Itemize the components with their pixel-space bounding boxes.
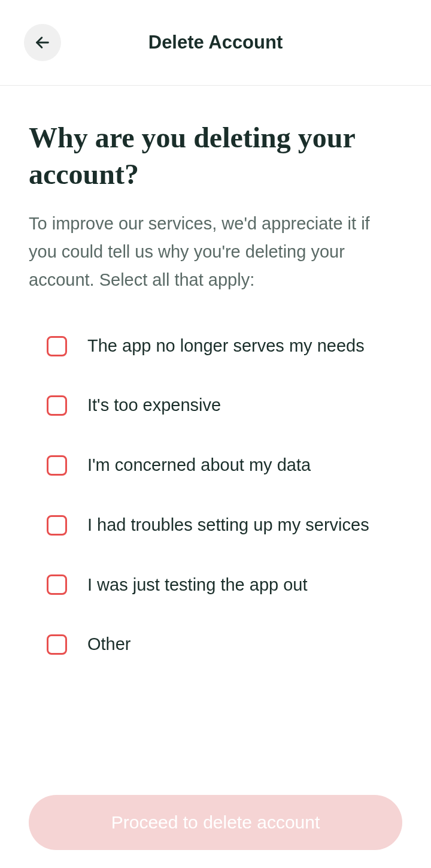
checkbox[interactable] xyxy=(47,395,67,416)
checkbox[interactable] xyxy=(47,455,67,476)
reason-item-data-concern[interactable]: I'm concerned about my data xyxy=(47,454,402,477)
reason-item-testing[interactable]: I was just testing the app out xyxy=(47,574,402,597)
reason-item-other[interactable]: Other xyxy=(47,633,402,656)
reason-label: I was just testing the app out xyxy=(87,574,308,597)
back-button[interactable] xyxy=(24,24,61,61)
header: Delete Account xyxy=(0,0,431,86)
checkbox[interactable] xyxy=(47,634,67,655)
page-title: Delete Account xyxy=(148,32,283,53)
reason-item-too-expensive[interactable]: It's too expensive xyxy=(47,394,402,417)
reason-label: Other xyxy=(87,633,131,656)
question-subtitle: To improve our services, we'd appreciate… xyxy=(29,210,402,294)
reason-item-no-longer-serves[interactable]: The app no longer serves my needs xyxy=(47,335,402,358)
content: Why are you deleting your account? To im… xyxy=(0,86,431,656)
reasons-list: The app no longer serves my needs It's t… xyxy=(29,335,402,656)
footer: Proceed to delete account xyxy=(29,795,402,850)
checkbox[interactable] xyxy=(47,515,67,536)
checkbox[interactable] xyxy=(47,336,67,356)
checkbox[interactable] xyxy=(47,574,67,595)
proceed-button[interactable]: Proceed to delete account xyxy=(29,795,402,850)
reason-item-setup-troubles[interactable]: I had troubles setting up my services xyxy=(47,514,402,537)
reason-label: I'm concerned about my data xyxy=(87,454,311,477)
arrow-left-icon xyxy=(34,34,51,51)
reason-label: I had troubles setting up my services xyxy=(87,514,369,537)
reason-label: It's too expensive xyxy=(87,394,221,417)
question-title: Why are you deleting your account? xyxy=(29,119,402,193)
reason-label: The app no longer serves my needs xyxy=(87,335,365,358)
